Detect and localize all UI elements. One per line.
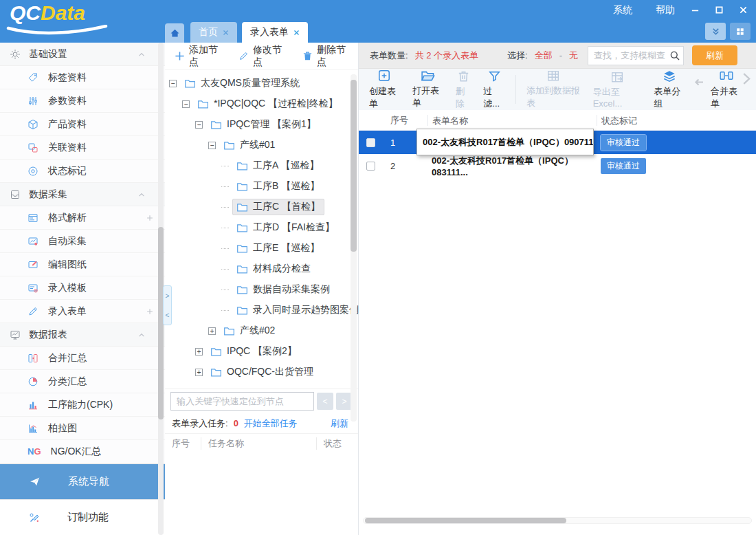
sidebar-item[interactable]: 状态标记 [0,160,165,183]
status-badge: 审核通过 [601,158,646,174]
tree-node[interactable]: 录入同时显示趋势图案例 [165,300,358,320]
gear-icon [10,49,21,60]
scrollbar-thumb[interactable] [365,518,566,523]
minimize-icon[interactable] [691,6,700,14]
logo-swoosh [5,25,109,36]
add-node-label: 添加节点 [189,44,221,69]
sidebar-item[interactable]: 合并汇总 [0,347,165,370]
collapse-box-icon[interactable]: − [169,80,177,87]
tree-node-inner: 产线#01 [219,137,279,153]
tree-node[interactable]: +产线#02 [165,320,358,341]
chevron-up-icon [137,331,146,339]
sidebar-item[interactable]: 编辑图纸 [0,253,165,276]
collapse-box-icon[interactable]: − [195,121,203,129]
format-icon [27,212,38,223]
tree-node-label: 太友QMS质量管理系统 [201,77,300,89]
sidebar-item[interactable]: NGNG/OK汇总 [0,440,165,463]
chevron-left-icon[interactable]: < [166,312,170,319]
search-icon[interactable] [669,50,680,61]
tree-node[interactable]: 工序C 【首检】 [165,197,358,217]
product-icon [27,119,38,130]
folder-icon [236,161,248,171]
tab-entry-form[interactable]: 录入表单 [242,22,308,43]
sidebar-item[interactable]: 产品资料 [0,113,165,136]
expand-box-icon[interactable]: + [195,369,203,376]
scrollbar-thumb[interactable] [351,80,357,252]
action-open-form-button[interactable]: 打开表单 [406,71,449,108]
action-label: 删除 [456,85,471,110]
tree-node-label: 工序D 【FAI检查】 [253,221,335,234]
auto-collect-icon [27,236,38,247]
sidebar-item[interactable]: 柏拉图 [0,417,165,440]
tree-node-inner: 工序C 【首检】 [232,199,324,215]
refresh-button[interactable]: 刷新 [692,45,737,65]
tab-home[interactable]: 首页 [190,22,237,43]
tree-node[interactable]: 工序B 【巡检】 [165,176,358,197]
close-icon[interactable] [739,6,748,14]
panel-collapse-handle[interactable]: >< [163,285,172,325]
tree-node[interactable]: 材料成分检查 [165,259,358,279]
grid-menu-button[interactable] [730,23,751,40]
sidebar-section-header[interactable]: 基础设置 [0,43,165,66]
sidebar-item[interactable]: 分类汇总 [0,370,165,393]
select-none-link[interactable]: 无 [569,50,578,62]
column-header-status: 状态标记 [597,115,756,126]
chevron-right-icon[interactable]: > [166,292,170,300]
tree-search-input[interactable] [170,392,314,411]
tree-node[interactable]: −太友QMS质量管理系统 [165,73,358,94]
tree-node-label: 材料成分检查 [253,263,311,275]
tree-node[interactable]: −IPQC管理 【案例1】 [165,114,358,135]
collapse-toolbar-button[interactable] [705,23,726,40]
action-form-group-button[interactable]: 表单分组 [647,71,691,108]
start-all-tasks-link[interactable]: 开始全部任务 [244,417,298,430]
maximize-icon[interactable] [715,6,724,14]
sidebar-footer-item[interactable]: 系统导航 [0,463,165,499]
row-checkbox[interactable] [366,138,375,147]
tree-node[interactable]: 数据自动采集案例 [165,279,358,300]
collapse-box-icon[interactable]: − [182,100,190,108]
action-merge-form-button[interactable]: 合并表单 [704,71,748,108]
add-node-button[interactable]: 添加节点 [173,41,222,72]
tasks-refresh-link[interactable]: 刷新 [331,417,348,430]
sidebar-item[interactable]: 参数资料 [0,89,165,113]
tree-node[interactable]: −*IPQC|OQC 【过程检|终检】 [165,94,358,114]
form-row[interactable]: 2002-太友科技R017首检单（IPQC）083111...审核通过 [359,154,756,177]
sidebar-item[interactable]: 工序能力(CPK) [0,393,165,417]
tree-node[interactable]: + [165,382,358,389]
sidebar-item[interactable]: 关联资料 [0,136,165,160]
sidebar-footer-item[interactable]: 订制功能 [0,499,165,535]
tree-node[interactable]: +IPQC 【案例2】 [165,341,358,362]
sidebar-section-header[interactable]: 数据采集 [0,183,165,206]
tree-node[interactable]: 工序A 【巡检】 [165,155,358,176]
expand-box-icon[interactable]: + [208,327,216,335]
sidebar-item[interactable]: 自动采集 [0,230,165,253]
custom-icon [29,512,40,523]
row-checkbox[interactable] [366,162,375,171]
sidebar-item[interactable]: 录入模板 [0,276,165,300]
edit-node-button[interactable]: 修改节点 [237,41,286,72]
action-filter-button[interactable]: 过滤... [477,71,511,108]
tree-node[interactable]: +OQC/FQC-出货管理 [165,362,358,382]
collapse-box-icon[interactable]: − [208,142,216,149]
sidebar-item[interactable]: 标签资料 [0,66,165,89]
select-all-link[interactable]: 全部 [535,50,553,62]
tree-node[interactable]: 工序D 【FAI检查】 [165,217,358,238]
sidebar-item[interactable]: 格式解析 [0,206,165,230]
tree-node[interactable]: 工序E 【巡检】 [165,238,358,259]
tree-scrollbar[interactable] [351,74,357,422]
menu-help[interactable]: 帮助 [656,4,675,17]
sidebar-section-header[interactable]: 数据报表 [0,323,165,347]
home-tab-button[interactable] [165,23,184,43]
find-prev-button[interactable]: < [317,393,333,410]
action-create-form-button[interactable]: 创建表单 [363,71,406,108]
form-row[interactable]: 1002-太友科技R017首检单（IPQC）09071140审核通过 [359,131,756,154]
expand-box-icon[interactable]: + [195,348,203,356]
tree-node[interactable]: −产线#01 [165,135,358,155]
menu-system[interactable]: 系统 [613,4,632,17]
sidebar-item[interactable]: 录入表单 [0,300,165,323]
delete-node-button[interactable]: 删除节点 [301,41,350,72]
tab-close-icon[interactable] [223,30,229,36]
horizontal-scrollbar[interactable] [363,517,752,524]
pencil-icon [238,51,249,61]
tab-close-icon[interactable] [293,30,300,36]
